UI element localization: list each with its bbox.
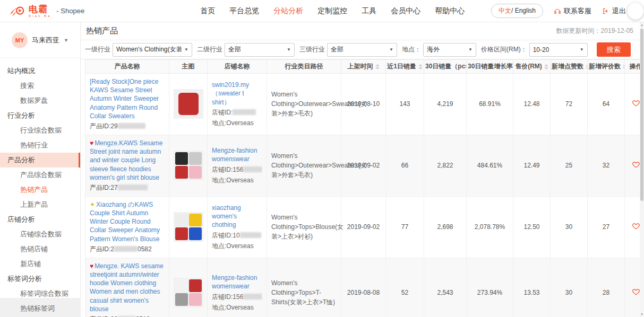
scrollbar-up-arrow[interactable]: ▲	[640, 22, 644, 28]
product-id-prefix: 产品ID:29	[90, 122, 118, 130]
column-header-5[interactable]: 近1日销量	[386, 60, 424, 74]
logout-icon	[602, 7, 609, 15]
sidebar-item-8[interactable]: 热销产品	[0, 182, 80, 197]
filter-select-3[interactable]: 海外▼	[423, 43, 476, 57]
cell-category-path: Women's Clothing>Outerwear>Sweaters(女装>外…	[267, 74, 341, 135]
search-button[interactable]: 搜索	[597, 42, 631, 57]
sort-icon[interactable]	[375, 64, 380, 69]
heart-icon: ♥	[90, 262, 93, 270]
product-thumbnail[interactable]	[174, 278, 203, 307]
favorite-heart-button[interactable]	[632, 222, 640, 230]
sidebar-item-15[interactable]: 标签词综合数据	[0, 286, 80, 301]
nav-item-0[interactable]: 首页	[200, 6, 215, 16]
cell-30day-sales: 2,543	[424, 258, 467, 317]
sort-icon[interactable]	[586, 64, 588, 69]
sidebar-item-9[interactable]: 上新产品	[0, 197, 80, 212]
filter-select-2[interactable]: 全部▼	[327, 43, 397, 57]
shop-name-link[interactable]: Mengze-fashion womenswear	[212, 146, 262, 163]
product-thumbnail[interactable]	[174, 212, 203, 242]
language-toggle[interactable]: 中文/ English	[491, 4, 543, 18]
column-header-6[interactable]: 30日销量（pcs）	[424, 60, 467, 74]
product-name-link[interactable]: ♥Mengze. KAWS sesame streetjoint autumn/…	[90, 262, 165, 313]
column-header-4[interactable]: 上架时间	[341, 60, 386, 74]
redacted-id	[118, 184, 148, 190]
cell-30day-sales: 4,219	[424, 74, 467, 135]
logo-subtitle: Dian Ba	[29, 14, 51, 17]
page-scrollbar[interactable]: ▲ ▼	[640, 22, 644, 317]
nav-item-3[interactable]: 定制监控	[317, 6, 347, 16]
sidebar-section-10[interactable]: 店铺分析	[0, 212, 80, 227]
shop-name-link[interactable]: Mengze-fashion womenswear	[212, 274, 262, 290]
sidebar-section-0[interactable]: 站内概况	[0, 64, 80, 78]
table-row-0: [Ready Stock]One piece KAWS Sesame Stree…	[85, 74, 640, 135]
sidebar-section-6[interactable]: 产品分析	[0, 153, 80, 168]
nav-item-2[interactable]: 分站分析	[273, 6, 303, 16]
nav-item-1[interactable]: 平台总览	[229, 6, 259, 16]
sidebar-item-2[interactable]: 数据罗盘	[0, 93, 80, 108]
sort-icon[interactable]	[544, 64, 548, 69]
sidebar-item-13[interactable]: 新店铺	[0, 257, 80, 271]
filter-select-0[interactable]: Women's Clothing(女装)▼	[113, 43, 192, 57]
sidebar-section-14[interactable]: 标签词分析	[0, 271, 80, 286]
filter-label-1: 二级行业	[197, 45, 222, 54]
app-logo[interactable]: 电霸 Dian Ba - Shopee	[10, 4, 84, 18]
redacted-id	[243, 294, 262, 300]
scrollbar-thumb[interactable]	[640, 29, 643, 201]
cell-new-likes: 25	[551, 135, 588, 196]
filter-select-1[interactable]: 全部▼	[225, 43, 295, 57]
column-header-11: 操作	[625, 60, 640, 74]
nav-item-6[interactable]: 帮助中心	[435, 6, 465, 16]
product-id: 产品ID:20582	[90, 245, 165, 254]
thumb-color-block	[175, 166, 188, 179]
sidebar-item-12[interactable]: 热销店铺	[0, 242, 80, 257]
thumb-color-block	[175, 227, 188, 240]
cell-category-path: Women's Clothing>Outerwear>Sweaters(女装>外…	[267, 135, 341, 196]
nav-item-4[interactable]: 工具	[362, 6, 376, 16]
column-header-8[interactable]: 售价(RM)	[513, 60, 551, 74]
product-name-link[interactable]: ♥Mengze.KAWS Sesame Street joint name au…	[90, 139, 165, 182]
logo-icon	[10, 4, 25, 18]
product-thumbnail[interactable]	[174, 89, 203, 119]
floating-widget[interactable]	[628, 3, 643, 20]
filter-0: 一级行业Women's Clothing(女装)▼	[85, 43, 192, 57]
region-label: 马来西亚	[32, 36, 59, 45]
table-row-2: ✦Xiaozhang のKAWS Couple Shirt Autumn Win…	[85, 196, 640, 258]
contact-support-link[interactable]: 联系客服	[554, 6, 591, 16]
sidebar-section-3[interactable]: 行业分析	[0, 108, 80, 123]
sidebar-item-1[interactable]: 搜索	[0, 78, 80, 93]
favorite-heart-button[interactable]	[632, 161, 640, 169]
filter-select-4[interactable]: 10-20▼	[529, 43, 588, 57]
nav-item-5[interactable]: 会员中心	[391, 6, 420, 16]
scrollbar-down-arrow[interactable]: ▼	[640, 312, 644, 317]
sidebar-item-5[interactable]: 热销行业	[0, 138, 80, 153]
sort-icon[interactable]	[623, 64, 625, 69]
shop-name-link[interactable]: xiaozhang women's chothing	[212, 204, 262, 230]
sidebar-item-16[interactable]: 热销标签词	[0, 301, 80, 316]
product-thumbnail[interactable]	[174, 151, 203, 180]
sidebar-menu: 站内概况搜索数据罗盘行业分析行业综合数据热销行业产品分析产品综合数据热销产品上新…	[0, 58, 80, 317]
shop-name-link[interactable]: swin2019.my （sweater t shirt）	[212, 81, 262, 107]
column-header-7[interactable]: 30日销量增长率	[467, 60, 513, 74]
sidebar-item-11[interactable]: 店铺综合数据	[0, 227, 80, 242]
product-id-suffix: 0582	[138, 245, 152, 253]
cell-listing-date: 2019-08-10	[341, 74, 386, 135]
thumb-color-block	[175, 152, 188, 165]
category-path-text: Women's Clothing>Outerwear>Sweaters(女装>外…	[271, 151, 337, 180]
sidebar-item-4[interactable]: 行业综合数据	[0, 123, 80, 138]
cell-listing-date: 2019-09-02	[341, 135, 386, 196]
logout-link[interactable]: 退出	[602, 6, 626, 16]
sort-icon[interactable]	[418, 64, 423, 69]
cell-product-name: ✦Xiaozhang のKAWS Couple Shirt Autumn Win…	[85, 196, 169, 258]
favorite-heart-button[interactable]	[632, 99, 640, 107]
product-name-link[interactable]: ✦Xiaozhang のKAWS Couple Shirt Autumn Win…	[90, 200, 165, 243]
column-header-10[interactable]: 新增评价数	[588, 60, 625, 74]
cell-price: 12.50	[513, 196, 551, 258]
lang-english-label[interactable]: / English	[511, 7, 536, 14]
product-name-link[interactable]: [Ready Stock]One piece KAWS Sesame Stree…	[90, 77, 165, 120]
lang-chinese-label[interactable]: 中文	[499, 7, 511, 14]
sidebar-item-7[interactable]: 产品综合数据	[0, 168, 80, 182]
favorite-heart-button[interactable]	[632, 288, 640, 296]
column-header-9[interactable]: 新增点赞数	[551, 60, 588, 74]
column-label: 30日销量增长率	[468, 63, 513, 70]
user-region-selector[interactable]: MY 马来西亚 ▼	[0, 22, 80, 58]
